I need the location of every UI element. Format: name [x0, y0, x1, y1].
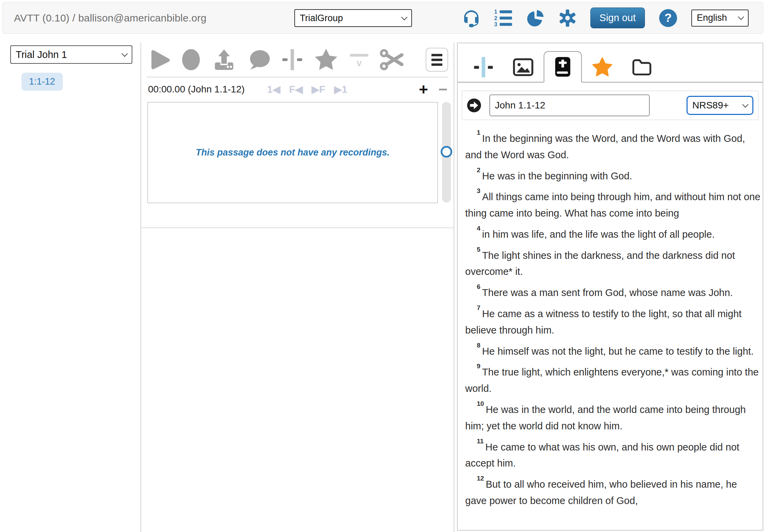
version-select-value: NRS89+ — [692, 100, 729, 111]
verse-marker-icon[interactable]: v — [350, 52, 368, 68]
verse: 5The light shines in the darkness, and t… — [465, 245, 761, 280]
verse-text: in him was life, and the life was the li… — [482, 229, 715, 240]
star-icon — [592, 57, 613, 77]
passage-nav: 1◀F◀▶F▶1 — [267, 85, 347, 94]
verse-number: 1 — [477, 129, 481, 136]
verse-text: The true light, which enlightens everyon… — [465, 367, 758, 394]
verse: 12But to all who received him, who belie… — [465, 474, 761, 509]
verse: 4in him was life, and the life was the l… — [465, 224, 761, 242]
player-panel: v 00:00.00 (John 1.1-12) 1◀F◀▶F▶1 + − — [141, 43, 454, 532]
verse-text: There was a man sent from God, whose nam… — [482, 287, 733, 298]
reference-tabbar — [458, 43, 763, 83]
tab-favorites[interactable] — [583, 53, 621, 82]
upload-icon[interactable] — [212, 49, 235, 71]
verse-text: He came to what was his own, and his own… — [465, 441, 739, 469]
nav-button[interactable]: 1◀ — [267, 85, 280, 94]
chevron-down-icon — [121, 50, 128, 57]
verse-number: 4 — [477, 225, 481, 232]
verse: 7He came as a witness to testify to the … — [465, 303, 761, 338]
chevron-down-icon — [401, 14, 407, 20]
verse: 1In the beginning was the Word, and the … — [465, 128, 761, 163]
verse-number: 12 — [477, 475, 484, 482]
verse: 3All things came into being through him,… — [465, 186, 761, 221]
verse-number: 2 — [477, 166, 481, 174]
group-select-value: TrialGroup — [300, 13, 343, 24]
record-icon[interactable] — [181, 48, 201, 71]
scrollbar-knob[interactable] — [441, 146, 452, 158]
verse: 2He was in the beginning with God. — [465, 165, 761, 184]
zoom-in-button[interactable]: + — [419, 82, 428, 97]
verse-text: In the beginning was the Word, and the W… — [465, 133, 745, 160]
verse: 9The true light, which enlightens everyo… — [465, 361, 761, 397]
cut-icon[interactable] — [380, 49, 406, 71]
passage-select-value: Trial John 1 — [16, 49, 67, 60]
verse-number: 10 — [477, 400, 484, 407]
svg-text:?: ? — [664, 11, 672, 24]
sidebar-item-section[interactable]: 1:1-12 — [21, 73, 63, 91]
tab-files[interactable] — [623, 53, 661, 82]
play-icon[interactable] — [151, 49, 170, 70]
reference-panel: NRS89+ 1In the beginning was the Word, a… — [457, 43, 763, 531]
chevron-down-icon — [738, 14, 744, 20]
verse-number: 9 — [477, 363, 481, 370]
tab-bible[interactable] — [544, 51, 582, 83]
svg-text:3: 3 — [494, 21, 497, 27]
menu-icon — [431, 54, 442, 56]
marker-icon — [474, 57, 493, 77]
reference-search-row: NRS89+ — [462, 91, 758, 120]
verse-number: 3 — [477, 187, 481, 194]
tab-marker[interactable] — [465, 53, 503, 82]
version-select[interactable]: NRS89+ — [687, 96, 753, 115]
marker-icon[interactable] — [282, 49, 302, 70]
verse-text: He was in the world, and the world came … — [465, 404, 746, 431]
header-actions: 1 2 3 — [462, 2, 749, 33]
player-toolbar: v — [141, 43, 454, 77]
image-icon — [513, 58, 533, 76]
waveform-box[interactable]: This passage does not have any recording… — [147, 102, 438, 203]
bible-icon — [554, 57, 571, 77]
nav-button[interactable]: F◀ — [289, 85, 303, 94]
player-bottom-divider — [141, 227, 454, 228]
svg-text:2: 2 — [494, 15, 497, 21]
verse-number: 8 — [477, 342, 481, 349]
no-recordings-message: This passage does not have any recording… — [196, 147, 390, 158]
nav-button[interactable]: ▶F — [312, 85, 325, 94]
verse-text: The light shines in the darkness, and th… — [465, 250, 735, 277]
verse-number: 6 — [477, 283, 481, 290]
tab-image[interactable] — [504, 53, 542, 82]
language-select-value: English — [697, 13, 727, 23]
nav-button[interactable]: ▶1 — [334, 85, 347, 94]
verse-number: 5 — [477, 246, 481, 253]
passage-select[interactable]: Trial John 1 — [10, 45, 132, 64]
gear-icon[interactable] — [558, 9, 577, 27]
menu-button[interactable] — [426, 48, 448, 72]
verse: 6There was a man sent from God, whose na… — [465, 282, 761, 301]
numbered-list-icon[interactable]: 1 2 3 — [494, 9, 513, 27]
app-title: AVTT (0.10) / ballison@americanbible.org — [14, 12, 206, 24]
scripture-text: 1In the beginning was the Word, and the … — [458, 120, 763, 509]
verse-number: 11 — [477, 438, 484, 445]
svg-text:v: v — [357, 58, 362, 68]
verse: 10He was in the world, and the world cam… — [465, 399, 761, 434]
headset-icon[interactable] — [462, 9, 481, 27]
verse-text: He came as a witness to testify to the l… — [465, 308, 741, 336]
sign-out-button[interactable]: Sign out — [590, 8, 645, 28]
language-select[interactable]: English — [691, 10, 749, 27]
pie-chart-icon[interactable] — [526, 9, 545, 27]
folder-icon — [632, 59, 652, 76]
svg-text:1: 1 — [494, 9, 497, 15]
waveform-area: This passage does not have any recording… — [141, 101, 454, 227]
zoom-out-button[interactable]: − — [438, 82, 447, 97]
chevron-down-icon — [742, 101, 748, 107]
go-to-reference-button[interactable] — [467, 98, 481, 113]
comment-icon[interactable] — [247, 49, 271, 70]
time-label: 00:00.00 (John 1.1-12) — [148, 84, 245, 95]
group-select[interactable]: TrialGroup — [294, 9, 412, 27]
verse-text: But to all who received him, who believe… — [465, 479, 737, 506]
app-header: AVTT (0.10) / ballison@americanbible.org… — [2, 2, 763, 34]
verse-text: All things came into being through him, … — [465, 191, 760, 219]
help-icon[interactable]: ? — [659, 9, 678, 28]
star-icon[interactable] — [314, 48, 338, 71]
verse-number: 7 — [477, 304, 481, 311]
reference-input[interactable] — [489, 94, 650, 116]
